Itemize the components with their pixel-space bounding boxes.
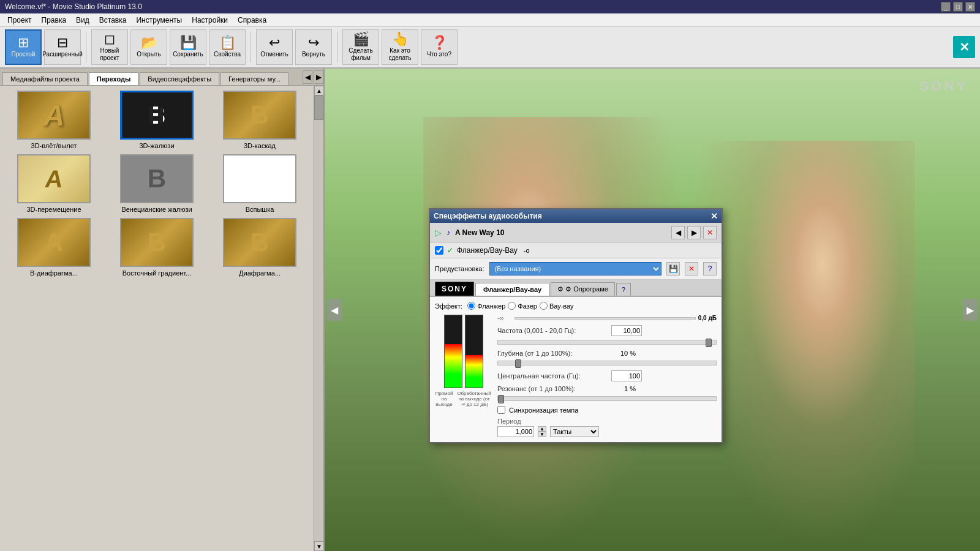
effect-b1[interactable]: A В-диафрагма...: [5, 218, 103, 277]
effect-3d-blind[interactable]: B 3D-жалюзи: [108, 91, 206, 149]
effect-flash[interactable]: Вспышка: [211, 154, 309, 213]
period-down-btn[interactable]: ▼: [538, 432, 546, 437]
radio-phaser[interactable]: Фазер: [508, 302, 537, 310]
how-to-icon: 👆: [392, 32, 409, 46]
scroll-up-btn[interactable]: ▲: [314, 86, 323, 96]
save-btn[interactable]: 💾 Сохранить: [170, 29, 206, 65]
advanced-mode-btn[interactable]: ⊟ Расширенный: [44, 29, 81, 65]
db-slider[interactable]: [514, 317, 696, 320]
tab-help[interactable]: ?: [616, 283, 631, 296]
effect-enable-checkbox[interactable]: [435, 246, 443, 255]
tab-media-files[interactable]: Медиафайлы проекта: [2, 72, 88, 85]
advanced-mode-label: Расширенный: [42, 51, 82, 58]
tab-video-effects[interactable]: Видеоспецэффекты: [140, 72, 219, 85]
tab-transitions[interactable]: Переходы: [89, 72, 139, 85]
close-btn-right[interactable]: ✕: [953, 36, 975, 58]
period-input[interactable]: [497, 426, 534, 437]
left-panel-tabs: Медиафайлы проекта Переходы Видеоспецэфф…: [0, 69, 323, 86]
dialog-body: Эффект: Фланжер Фазер Вау-вау: [430, 297, 722, 442]
meter-processed-label: Обработанный на выходе (от -∞ до 12 дБ): [456, 391, 492, 407]
period-row: ▲ ▼ Такты: [497, 426, 717, 437]
tab-flanger[interactable]: Фланжер/Вау-вау: [475, 283, 549, 296]
depth-slider[interactable]: [497, 361, 717, 365]
radio-wah[interactable]: Вау-вау: [540, 302, 574, 310]
freq-slider[interactable]: [497, 340, 717, 345]
scroll-down-btn[interactable]: ▼: [314, 541, 323, 551]
effect-3d-fly[interactable]: A 3D-влёт/вылет: [5, 91, 103, 149]
how-to-btn[interactable]: 👆 Как это сделать: [382, 29, 418, 65]
preview-nav-right[interactable]: ▶: [963, 299, 978, 321]
simple-mode-label: Простой: [12, 51, 36, 58]
effect-b2[interactable]: B Восточный градиент...: [108, 218, 206, 277]
effects-panel-scroll: A 3D-влёт/вылет B 3D-жалюзи B 3D-каск: [0, 86, 323, 551]
menu-help[interactable]: Справка: [233, 15, 271, 26]
menu-insert[interactable]: Вставка: [94, 15, 132, 26]
effect-3d-move[interactable]: A 3D-перемещение: [5, 154, 103, 213]
preview-nav-left[interactable]: ◀: [327, 299, 342, 321]
menu-tools[interactable]: Инструменты: [131, 15, 187, 26]
new-project-btn[interactable]: ◻ Новый проект: [91, 29, 128, 65]
audio-effects-dialog[interactable]: Спецэффекты аудиособытия ✕ ▷ ♪ A New Way…: [429, 208, 723, 443]
menu-bar: Проект Правка Вид Вставка Инструменты На…: [0, 13, 980, 27]
resonance-slider[interactable]: [497, 396, 717, 401]
preset-help-btn[interactable]: ?: [703, 262, 717, 276]
db-val-label: 0,0 дБ: [698, 315, 717, 321]
tab-about[interactable]: ⚙ ⚙ Опрограме: [551, 282, 615, 296]
period-unit-select[interactable]: Такты: [550, 426, 599, 437]
what-btn[interactable]: ❓ Что это?: [421, 29, 458, 65]
center-freq-input[interactable]: [611, 370, 642, 381]
close-app-btn[interactable]: ✕: [965, 2, 975, 12]
meter-processed: [465, 315, 483, 388]
resonance-slider-thumb[interactable]: [498, 395, 504, 403]
period-up-btn[interactable]: ▲: [538, 426, 546, 432]
menu-edit[interactable]: Правка: [37, 15, 72, 26]
properties-icon: 📋: [219, 36, 236, 50]
freq-slider-thumb[interactable]: [706, 339, 712, 347]
effect-venetian[interactable]: B Венецианские жалюзи: [108, 154, 206, 213]
left-panel: Медиафайлы проекта Переходы Видеоспецэфф…: [0, 69, 325, 551]
dialog-close-btn[interactable]: ✕: [710, 211, 718, 221]
freq-input[interactable]: [611, 325, 642, 336]
advanced-mode-icon: ⊟: [57, 36, 68, 50]
what-label: Что это?: [427, 51, 451, 58]
dialog-nav-close-btn[interactable]: ✕: [703, 226, 717, 239]
effect-dash-label: -о: [524, 247, 530, 254]
simple-mode-btn[interactable]: ⊞ Простой: [5, 29, 42, 65]
scroll-thumb[interactable]: [314, 96, 323, 120]
sync-tempo-label: Синхронизация темпа: [509, 407, 578, 414]
menu-settings[interactable]: Настройки: [187, 15, 233, 26]
params-section: -∞ 0,0 дБ Частота (0,001 - 20,0 Гц):: [497, 315, 717, 437]
db-meters-area: Прямой на выходе Обработанный на выходе …: [435, 315, 492, 437]
tab-generators[interactable]: Генераторы му...: [221, 72, 288, 85]
menu-view[interactable]: Вид: [71, 15, 94, 26]
undo-btn[interactable]: ↩ Отменить: [256, 29, 293, 65]
left-panel-scrollbar: ▲ ▼: [314, 86, 323, 551]
depth-slider-thumb[interactable]: [515, 359, 521, 368]
make-film-btn[interactable]: 🎬 Сделать фильм: [342, 29, 379, 65]
effect-label-3d-move: 3D-перемещение: [26, 206, 81, 213]
radio-flanger[interactable]: Фланжер: [467, 302, 505, 310]
preset-save-btn[interactable]: 💾: [666, 262, 680, 276]
properties-btn[interactable]: 📋 Свойства: [209, 29, 246, 65]
scroll-thumb-track: [314, 96, 323, 541]
sony-logo: SONY: [920, 78, 968, 94]
tab-sony[interactable]: SONY: [435, 282, 474, 296]
tabs-scroll-left[interactable]: ◀: [303, 70, 312, 84]
menu-project[interactable]: Проект: [2, 15, 37, 26]
dialog-nav-left-btn[interactable]: ◀: [671, 226, 685, 239]
dialog-music-note-icon: ♪: [447, 228, 450, 237]
how-to-label: Как это сделать: [382, 47, 418, 62]
redo-btn[interactable]: ↪ Вернуть: [295, 29, 332, 65]
dialog-nav-right-btn[interactable]: ▶: [687, 226, 701, 239]
sync-tempo-checkbox[interactable]: [497, 406, 505, 414]
effect-thumb-3d-cascade: B: [223, 91, 296, 140]
open-btn[interactable]: 📂 Открыть: [130, 29, 167, 65]
tabs-scroll-right[interactable]: ▶: [314, 70, 323, 84]
preset-delete-btn[interactable]: ✕: [685, 262, 698, 276]
effect-b3[interactable]: B Диафрагма...: [211, 218, 309, 277]
maximize-btn[interactable]: □: [953, 2, 963, 12]
effect-label-3d-fly: 3D-влёт/вылет: [31, 142, 77, 149]
preset-select[interactable]: (Без названия): [489, 262, 662, 276]
effect-3d-cascade[interactable]: B 3D-каскад: [211, 91, 309, 149]
minimize-btn[interactable]: _: [941, 2, 951, 12]
